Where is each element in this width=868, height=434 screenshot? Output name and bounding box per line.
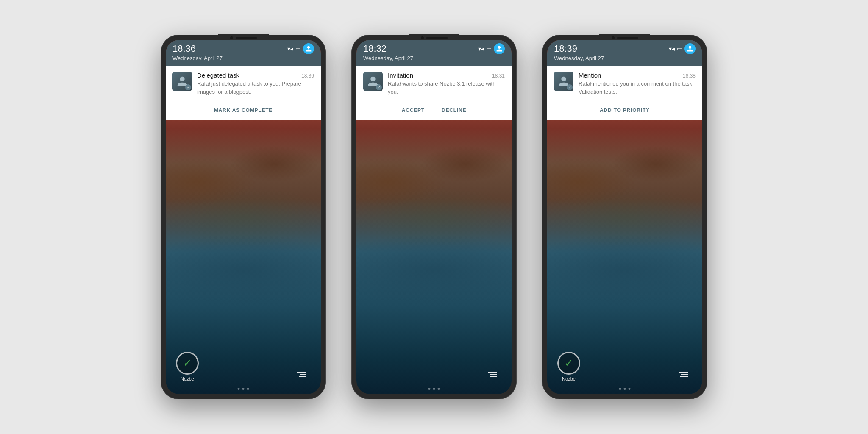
status-bar-top-1: 18:36 ▾◂ ▭ xyxy=(172,43,314,54)
notif-title-3: Mention xyxy=(579,72,601,79)
dot-1b xyxy=(428,388,431,390)
dot-3 xyxy=(247,388,249,390)
dot-2c xyxy=(624,388,626,390)
speaker-3 xyxy=(617,37,638,39)
check-icon-3: ✓ xyxy=(565,357,573,369)
notification-card-1: Delegated task 18:36 Rafał just delegate… xyxy=(166,66,321,120)
menu-line-3c xyxy=(680,376,688,377)
notif-actions-2: ACCEPT DECLINE xyxy=(363,101,505,120)
time-2: 18:32 xyxy=(363,43,387,54)
status-bar-3: 18:39 ▾◂ ▭ Wednesday, April 27 xyxy=(547,40,702,66)
nozbe-label-1: Nozbe xyxy=(181,376,194,381)
menu-line-3 xyxy=(299,376,306,377)
dot-2 xyxy=(242,388,245,390)
dot-1c xyxy=(619,388,621,390)
dot-3c xyxy=(629,388,631,390)
phone-dots-3 xyxy=(619,388,631,390)
menu-line-1 xyxy=(297,372,306,373)
notif-header-1: Delegated task 18:36 Rafał just delegate… xyxy=(172,72,314,95)
avatar-3 xyxy=(684,43,696,54)
notif-content-3: Mention 18:38 Rafał mentioned you in a c… xyxy=(579,72,696,95)
status-icons-3: ▾◂ ▭ xyxy=(669,43,696,54)
nozbe-icon-1[interactable]: ✓ Nozbe xyxy=(176,352,199,381)
dot-2b xyxy=(433,388,435,390)
notif-time-1: 18:36 xyxy=(301,73,314,79)
notif-actions-3: ADD TO PRIORITY xyxy=(554,101,696,120)
battery-icon-3: ▭ xyxy=(677,45,682,52)
notif-content-2: Invitation 18:31 Rafał wants to share No… xyxy=(388,72,505,95)
date-2: Wednesday, April 27 xyxy=(363,55,505,61)
notification-area-2: 18:32 ▾◂ ▭ Wednesday, April 27 xyxy=(356,40,512,120)
phone-2: 18:32 ▾◂ ▭ Wednesday, April 27 xyxy=(351,35,517,399)
menu-line-1c xyxy=(679,372,688,373)
notification-card-3: Mention 18:38 Rafał mentioned you in a c… xyxy=(547,66,702,120)
phone-screen-3: 18:39 ▾◂ ▭ Wednesday, April 27 xyxy=(547,40,702,394)
battery-icon-1: ▭ xyxy=(295,45,301,52)
notif-header-3: Mention 18:38 Rafał mentioned you in a c… xyxy=(554,72,696,95)
nozbe-circle-3: ✓ xyxy=(557,352,580,375)
camera-dot xyxy=(230,36,233,39)
speaker-2 xyxy=(426,37,448,39)
nozbe-circle-1: ✓ xyxy=(176,352,199,375)
dot-3b xyxy=(438,388,440,390)
phone-bottom-1: ✓ Nozbe xyxy=(166,343,321,394)
phone-3: 18:39 ▾◂ ▭ Wednesday, April 27 xyxy=(542,35,707,399)
menu-line-1b xyxy=(488,372,497,373)
phone-1: 18:36 ▾◂ ▭ Wednesday, April 27 xyxy=(161,35,326,399)
status-bar-1: 18:36 ▾◂ ▭ Wednesday, April 27 xyxy=(166,40,321,66)
phone-dots-1 xyxy=(238,388,249,390)
notif-title-1: Delegated task xyxy=(197,72,239,79)
notif-body-3: Rafał mentioned you in a comment on the … xyxy=(579,80,696,95)
menu-line-2b xyxy=(490,374,497,375)
mark-complete-button[interactable]: MARK AS COMPLETE xyxy=(211,106,276,115)
notif-avatar-1 xyxy=(172,72,192,91)
notif-title-2: Invitation xyxy=(388,72,413,79)
phone-frame-2: 18:32 ▾◂ ▭ Wednesday, April 27 xyxy=(351,35,517,399)
decline-button[interactable]: DECLINE xyxy=(438,106,470,115)
avatar-1 xyxy=(303,43,314,54)
status-bar-top-2: 18:32 ▾◂ ▭ xyxy=(363,43,505,54)
phone-frame-1: 18:36 ▾◂ ▭ Wednesday, April 27 xyxy=(161,35,326,399)
dot-1 xyxy=(238,388,240,390)
time-1: 18:36 xyxy=(172,43,196,54)
nozbe-label-3: Nozbe xyxy=(562,376,576,381)
notification-area-3: 18:39 ▾◂ ▭ Wednesday, April 27 xyxy=(547,40,702,120)
wifi-icon-2: ▾◂ xyxy=(478,45,484,52)
accept-button[interactable]: ACCEPT xyxy=(398,106,428,115)
battery-icon-2: ▭ xyxy=(486,45,492,52)
notif-body-2: Rafał wants to share Nozbe 3.1 release w… xyxy=(388,80,505,95)
phone-bottom-2 xyxy=(356,343,512,394)
menu-dock-icon-1[interactable] xyxy=(293,368,311,381)
time-3: 18:39 xyxy=(554,43,577,54)
phone-frame-3: 18:39 ▾◂ ▭ Wednesday, April 27 xyxy=(542,35,707,399)
notif-title-row-2: Invitation 18:31 xyxy=(388,72,505,79)
notif-content-1: Delegated task 18:36 Rafał just delegate… xyxy=(197,72,314,95)
menu-dock-icon-2[interactable] xyxy=(484,368,501,381)
status-bar-2: 18:32 ▾◂ ▭ Wednesday, April 27 xyxy=(356,40,512,66)
menu-line-2c xyxy=(681,374,688,375)
menu-line-2 xyxy=(300,374,306,375)
add-to-priority-button[interactable]: ADD TO PRIORITY xyxy=(596,106,653,115)
wifi-icon-3: ▾◂ xyxy=(669,45,675,52)
notif-title-row-3: Mention 18:38 xyxy=(579,72,696,79)
avatar-2 xyxy=(494,43,505,54)
phone-screen-1: 18:36 ▾◂ ▭ Wednesday, April 27 xyxy=(166,40,321,394)
wifi-icon-1: ▾◂ xyxy=(287,45,293,52)
phone-screen-2: 18:32 ▾◂ ▭ Wednesday, April 27 xyxy=(356,40,512,394)
speaker xyxy=(236,37,257,39)
menu-line-3b xyxy=(490,376,497,377)
camera-dot-2 xyxy=(421,36,424,39)
notif-header-2: Invitation 18:31 Rafał wants to share No… xyxy=(363,72,505,95)
menu-dock-icon-3[interactable] xyxy=(674,368,692,381)
notif-avatar-3 xyxy=(554,72,573,91)
date-1: Wednesday, April 27 xyxy=(172,55,314,61)
status-icons-1: ▾◂ ▭ xyxy=(287,43,314,54)
phone-dots-2 xyxy=(428,388,440,390)
nozbe-icon-3[interactable]: ✓ Nozbe xyxy=(557,352,580,381)
status-icons-2: ▾◂ ▭ xyxy=(478,43,505,54)
phone-bottom-3: ✓ Nozbe xyxy=(547,343,702,394)
date-3: Wednesday, April 27 xyxy=(554,55,696,61)
check-icon-1: ✓ xyxy=(183,357,192,369)
notif-avatar-2 xyxy=(363,72,383,91)
camera-dot-3 xyxy=(612,36,615,39)
